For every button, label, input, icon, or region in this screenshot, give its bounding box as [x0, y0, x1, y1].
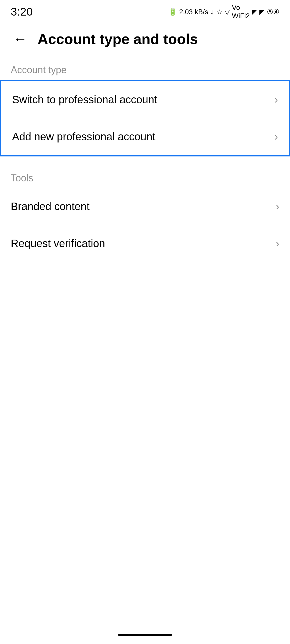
network-speed: 2.03 kB/s: [179, 8, 208, 16]
vowifi-icon: VoWiFi2: [232, 3, 250, 20]
timer-icon: ⑤④: [267, 8, 279, 16]
switch-professional-account-label: Switch to professional account: [12, 94, 157, 106]
add-professional-account-item[interactable]: Add new professional account ›: [1, 118, 289, 155]
tools-section-label: Tools: [0, 164, 290, 188]
download-icon: ↓: [211, 8, 214, 16]
request-verification-label: Request verification: [11, 237, 105, 250]
account-type-section-label: Account type: [0, 56, 290, 80]
back-button[interactable]: ←: [11, 30, 30, 48]
switch-professional-chevron-icon: ›: [274, 94, 278, 106]
branded-content-chevron-icon: ›: [276, 200, 279, 213]
battery-icon: 🔋: [168, 8, 177, 16]
bluetooth-icon: ☆: [216, 8, 222, 16]
tools-section: Tools Branded content › Request verifica…: [0, 164, 290, 262]
branded-content-item[interactable]: Branded content ›: [0, 188, 290, 225]
request-verification-chevron-icon: ›: [276, 237, 279, 250]
switch-professional-account-item[interactable]: Switch to professional account ›: [1, 81, 289, 118]
add-professional-account-label: Add new professional account: [12, 131, 155, 143]
home-indicator: [118, 634, 172, 636]
account-type-box: Switch to professional account › Add new…: [0, 80, 290, 156]
add-professional-chevron-icon: ›: [274, 131, 278, 143]
page-title: Account type and tools: [38, 31, 198, 47]
header: ← Account type and tools: [0, 21, 290, 56]
branded-content-label: Branded content: [11, 200, 90, 213]
back-arrow-icon: ←: [13, 32, 27, 46]
signal-icon-1: ◤: [252, 8, 257, 16]
status-icons: 🔋 2.03 kB/s ↓ ☆ ▽ VoWiFi2 ◤ ◤ ⑤④: [168, 3, 279, 20]
status-bar: 3:20 🔋 2.03 kB/s ↓ ☆ ▽ VoWiFi2 ◤ ◤ ⑤④: [0, 0, 290, 21]
request-verification-item[interactable]: Request verification ›: [0, 225, 290, 262]
status-time: 3:20: [11, 5, 33, 18]
signal-icon-2: ◤: [259, 8, 265, 16]
wifi-icon: ▽: [224, 8, 230, 16]
